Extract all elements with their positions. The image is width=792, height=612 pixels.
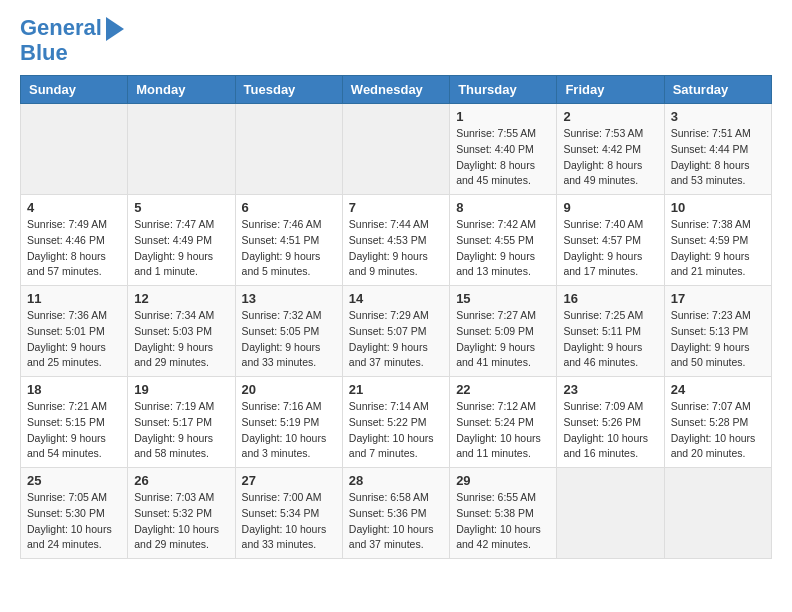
calendar-cell: 7Sunrise: 7:44 AM Sunset: 4:53 PM Daylig… — [342, 195, 449, 286]
weekday-header-monday: Monday — [128, 76, 235, 104]
day-info: Sunrise: 7:19 AM Sunset: 5:17 PM Dayligh… — [134, 399, 228, 462]
weekday-header-tuesday: Tuesday — [235, 76, 342, 104]
day-number: 12 — [134, 291, 228, 306]
day-info: Sunrise: 7:16 AM Sunset: 5:19 PM Dayligh… — [242, 399, 336, 462]
day-number: 8 — [456, 200, 550, 215]
calendar-week-3: 18Sunrise: 7:21 AM Sunset: 5:15 PM Dayli… — [21, 377, 772, 468]
day-number: 26 — [134, 473, 228, 488]
day-info: Sunrise: 7:05 AM Sunset: 5:30 PM Dayligh… — [27, 490, 121, 553]
weekday-header-friday: Friday — [557, 76, 664, 104]
calendar-cell — [557, 468, 664, 559]
day-info: Sunrise: 7:34 AM Sunset: 5:03 PM Dayligh… — [134, 308, 228, 371]
weekday-header-sunday: Sunday — [21, 76, 128, 104]
calendar-cell: 15Sunrise: 7:27 AM Sunset: 5:09 PM Dayli… — [450, 286, 557, 377]
calendar-cell: 11Sunrise: 7:36 AM Sunset: 5:01 PM Dayli… — [21, 286, 128, 377]
logo-text: General — [20, 16, 102, 40]
day-info: Sunrise: 7:53 AM Sunset: 4:42 PM Dayligh… — [563, 126, 657, 189]
calendar-cell: 16Sunrise: 7:25 AM Sunset: 5:11 PM Dayli… — [557, 286, 664, 377]
calendar-cell: 28Sunrise: 6:58 AM Sunset: 5:36 PM Dayli… — [342, 468, 449, 559]
calendar-week-1: 4Sunrise: 7:49 AM Sunset: 4:46 PM Daylig… — [21, 195, 772, 286]
day-info: Sunrise: 7:42 AM Sunset: 4:55 PM Dayligh… — [456, 217, 550, 280]
day-number: 13 — [242, 291, 336, 306]
day-info: Sunrise: 7:38 AM Sunset: 4:59 PM Dayligh… — [671, 217, 765, 280]
day-number: 20 — [242, 382, 336, 397]
weekday-header-wednesday: Wednesday — [342, 76, 449, 104]
day-number: 23 — [563, 382, 657, 397]
logo-blue: Blue — [20, 41, 68, 65]
day-number: 17 — [671, 291, 765, 306]
day-info: Sunrise: 7:25 AM Sunset: 5:11 PM Dayligh… — [563, 308, 657, 371]
day-info: Sunrise: 7:00 AM Sunset: 5:34 PM Dayligh… — [242, 490, 336, 553]
day-number: 28 — [349, 473, 443, 488]
calendar-cell: 8Sunrise: 7:42 AM Sunset: 4:55 PM Daylig… — [450, 195, 557, 286]
day-number: 16 — [563, 291, 657, 306]
day-info: Sunrise: 7:44 AM Sunset: 4:53 PM Dayligh… — [349, 217, 443, 280]
logo: General Blue — [20, 15, 124, 65]
calendar-table: SundayMondayTuesdayWednesdayThursdayFrid… — [20, 75, 772, 559]
calendar-cell: 29Sunrise: 6:55 AM Sunset: 5:38 PM Dayli… — [450, 468, 557, 559]
day-number: 21 — [349, 382, 443, 397]
day-info: Sunrise: 7:27 AM Sunset: 5:09 PM Dayligh… — [456, 308, 550, 371]
calendar-cell: 6Sunrise: 7:46 AM Sunset: 4:51 PM Daylig… — [235, 195, 342, 286]
day-number: 14 — [349, 291, 443, 306]
day-number: 25 — [27, 473, 121, 488]
calendar-week-2: 11Sunrise: 7:36 AM Sunset: 5:01 PM Dayli… — [21, 286, 772, 377]
day-number: 15 — [456, 291, 550, 306]
calendar-cell: 5Sunrise: 7:47 AM Sunset: 4:49 PM Daylig… — [128, 195, 235, 286]
calendar-cell: 18Sunrise: 7:21 AM Sunset: 5:15 PM Dayli… — [21, 377, 128, 468]
day-info: Sunrise: 6:58 AM Sunset: 5:36 PM Dayligh… — [349, 490, 443, 553]
weekday-header-thursday: Thursday — [450, 76, 557, 104]
header: General Blue — [20, 15, 772, 65]
day-info: Sunrise: 7:47 AM Sunset: 4:49 PM Dayligh… — [134, 217, 228, 280]
day-number: 4 — [27, 200, 121, 215]
calendar-cell: 23Sunrise: 7:09 AM Sunset: 5:26 PM Dayli… — [557, 377, 664, 468]
calendar-cell: 19Sunrise: 7:19 AM Sunset: 5:17 PM Dayli… — [128, 377, 235, 468]
day-info: Sunrise: 6:55 AM Sunset: 5:38 PM Dayligh… — [456, 490, 550, 553]
day-number: 7 — [349, 200, 443, 215]
calendar-cell — [128, 104, 235, 195]
calendar-cell — [342, 104, 449, 195]
calendar-cell: 17Sunrise: 7:23 AM Sunset: 5:13 PM Dayli… — [664, 286, 771, 377]
day-info: Sunrise: 7:29 AM Sunset: 5:07 PM Dayligh… — [349, 308, 443, 371]
calendar-week-4: 25Sunrise: 7:05 AM Sunset: 5:30 PM Dayli… — [21, 468, 772, 559]
day-info: Sunrise: 7:51 AM Sunset: 4:44 PM Dayligh… — [671, 126, 765, 189]
calendar-cell: 2Sunrise: 7:53 AM Sunset: 4:42 PM Daylig… — [557, 104, 664, 195]
calendar-cell: 24Sunrise: 7:07 AM Sunset: 5:28 PM Dayli… — [664, 377, 771, 468]
calendar-cell: 1Sunrise: 7:55 AM Sunset: 4:40 PM Daylig… — [450, 104, 557, 195]
day-info: Sunrise: 7:55 AM Sunset: 4:40 PM Dayligh… — [456, 126, 550, 189]
day-number: 24 — [671, 382, 765, 397]
calendar-cell — [664, 468, 771, 559]
day-info: Sunrise: 7:49 AM Sunset: 4:46 PM Dayligh… — [27, 217, 121, 280]
calendar-cell — [21, 104, 128, 195]
day-number: 9 — [563, 200, 657, 215]
calendar-cell: 26Sunrise: 7:03 AM Sunset: 5:32 PM Dayli… — [128, 468, 235, 559]
day-number: 10 — [671, 200, 765, 215]
day-number: 19 — [134, 382, 228, 397]
day-number: 6 — [242, 200, 336, 215]
day-info: Sunrise: 7:12 AM Sunset: 5:24 PM Dayligh… — [456, 399, 550, 462]
day-number: 22 — [456, 382, 550, 397]
calendar-cell: 20Sunrise: 7:16 AM Sunset: 5:19 PM Dayli… — [235, 377, 342, 468]
day-info: Sunrise: 7:21 AM Sunset: 5:15 PM Dayligh… — [27, 399, 121, 462]
calendar-cell: 10Sunrise: 7:38 AM Sunset: 4:59 PM Dayli… — [664, 195, 771, 286]
calendar-week-0: 1Sunrise: 7:55 AM Sunset: 4:40 PM Daylig… — [21, 104, 772, 195]
day-info: Sunrise: 7:14 AM Sunset: 5:22 PM Dayligh… — [349, 399, 443, 462]
day-number: 29 — [456, 473, 550, 488]
calendar-body: 1Sunrise: 7:55 AM Sunset: 4:40 PM Daylig… — [21, 104, 772, 559]
calendar-cell — [235, 104, 342, 195]
day-number: 2 — [563, 109, 657, 124]
weekday-header-row: SundayMondayTuesdayWednesdayThursdayFrid… — [21, 76, 772, 104]
calendar-cell: 13Sunrise: 7:32 AM Sunset: 5:05 PM Dayli… — [235, 286, 342, 377]
day-info: Sunrise: 7:07 AM Sunset: 5:28 PM Dayligh… — [671, 399, 765, 462]
day-info: Sunrise: 7:36 AM Sunset: 5:01 PM Dayligh… — [27, 308, 121, 371]
day-number: 18 — [27, 382, 121, 397]
day-info: Sunrise: 7:32 AM Sunset: 5:05 PM Dayligh… — [242, 308, 336, 371]
calendar-cell: 4Sunrise: 7:49 AM Sunset: 4:46 PM Daylig… — [21, 195, 128, 286]
calendar-cell: 21Sunrise: 7:14 AM Sunset: 5:22 PM Dayli… — [342, 377, 449, 468]
day-info: Sunrise: 7:09 AM Sunset: 5:26 PM Dayligh… — [563, 399, 657, 462]
logo-arrow-icon — [106, 17, 124, 41]
weekday-header-saturday: Saturday — [664, 76, 771, 104]
calendar-cell: 22Sunrise: 7:12 AM Sunset: 5:24 PM Dayli… — [450, 377, 557, 468]
day-number: 1 — [456, 109, 550, 124]
page: General Blue SundayMondayTuesdayWednesda… — [0, 0, 792, 574]
